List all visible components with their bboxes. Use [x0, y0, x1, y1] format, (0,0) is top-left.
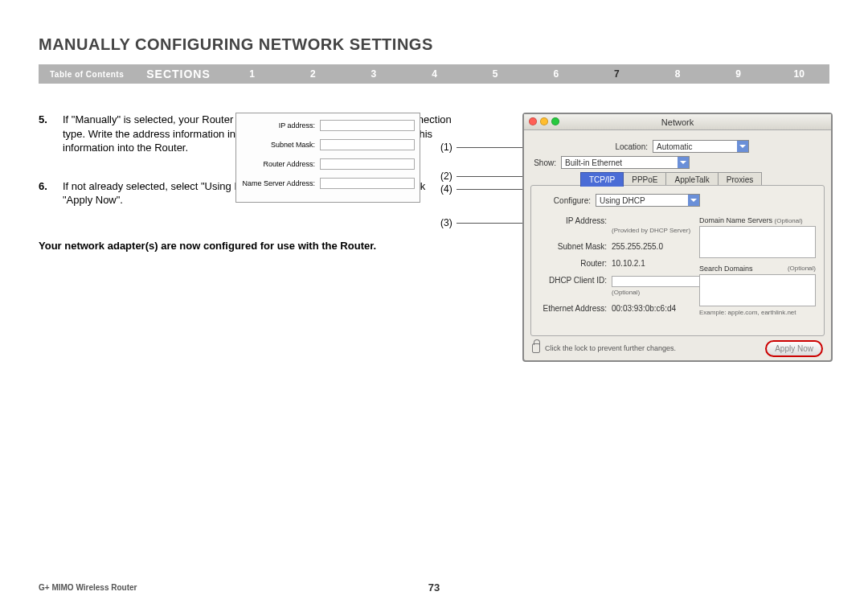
- dhcp-client-subtext: (Optional): [612, 289, 640, 296]
- nav-item-7[interactable]: 7: [587, 68, 648, 80]
- dns-textarea[interactable]: [699, 226, 816, 258]
- subnet-field[interactable]: [320, 139, 415, 150]
- location-select[interactable]: Automatic: [653, 140, 749, 153]
- show-value: Built-in Ethernet: [565, 158, 622, 167]
- nav-toc[interactable]: Table of Contents: [39, 70, 135, 79]
- mac-title-text: Network: [661, 117, 694, 127]
- step-5-num: 5.: [39, 113, 63, 155]
- subnet-mask-label: Subnet Mask:: [539, 242, 612, 251]
- ip-label: IP address:: [241, 121, 320, 129]
- lock-icon[interactable]: [532, 343, 540, 353]
- dns-field[interactable]: [320, 178, 415, 189]
- mac-title-bar: Network: [524, 114, 831, 130]
- callout-1: (1): [440, 142, 452, 153]
- router-label2: Router:: [539, 259, 612, 268]
- location-label: Location:: [612, 142, 653, 151]
- config-note: Your network adapter(s) are now configur…: [39, 240, 457, 252]
- ip-address-value: [612, 216, 700, 225]
- tab-tcpip[interactable]: TCP/IP: [580, 172, 624, 187]
- dns-label: Name Server Address:: [241, 179, 320, 187]
- mac-footer: Click the lock to prevent further change…: [532, 339, 823, 357]
- zoom-icon[interactable]: [551, 117, 559, 125]
- nav-item-4[interactable]: 4: [404, 68, 465, 80]
- ip-info-box: IP address: Subnet Mask: Router Address:…: [235, 113, 420, 203]
- dns-optional: (Optional): [775, 217, 803, 224]
- configure-value: Using DHCP: [600, 196, 645, 205]
- ip-subtext: (Provided by DHCP Server): [612, 227, 690, 234]
- subnet-mask-value: 255.255.255.0: [612, 242, 700, 251]
- nav-numbers: 1 2 3 4 5 6 7 8 9 10: [222, 68, 829, 80]
- nav-item-9[interactable]: 9: [708, 68, 769, 80]
- nav-item-2[interactable]: 2: [282, 68, 343, 80]
- chevron-down-icon: [688, 195, 699, 206]
- callout-3: (3): [440, 217, 452, 228]
- nav-item-3[interactable]: 3: [343, 68, 404, 80]
- configure-label: Configure:: [547, 196, 596, 205]
- chevron-down-icon: [737, 141, 748, 152]
- nav-item-8[interactable]: 8: [647, 68, 708, 80]
- close-icon[interactable]: [529, 117, 537, 125]
- ip-field[interactable]: [320, 120, 415, 131]
- step-6-num: 6.: [39, 179, 63, 207]
- search-textarea[interactable]: [699, 274, 816, 306]
- tcpip-panel: Configure: Using DHCP IP Address: (Provi…: [530, 185, 825, 336]
- apply-now-button[interactable]: Apply Now: [765, 340, 823, 357]
- callout-2: (2): [440, 170, 452, 182]
- dhcp-client-label: DHCP Client ID:: [539, 276, 612, 287]
- dns-servers-label: Domain Name Servers: [699, 216, 772, 224]
- configure-select[interactable]: Using DHCP: [596, 194, 700, 207]
- nav-item-1[interactable]: 1: [222, 68, 283, 80]
- nav-item-10[interactable]: 10: [768, 68, 829, 80]
- example-text: Example: apple.com, earthlink.net: [699, 309, 816, 316]
- ip-address-label: IP Address:: [539, 216, 612, 225]
- minimize-icon[interactable]: [540, 117, 548, 125]
- ethernet-label: Ethernet Address:: [539, 304, 612, 313]
- callout-4: (4): [440, 183, 452, 195]
- lock-text: Click the lock to prevent further change…: [545, 344, 676, 352]
- page-title: MANUALLY CONFIGURING NETWORK SETTINGS: [39, 35, 433, 54]
- nav-item-6[interactable]: 6: [526, 68, 587, 80]
- nav-item-5[interactable]: 5: [465, 68, 526, 80]
- search-optional: (Optional): [788, 265, 816, 272]
- subnet-label: Subnet Mask:: [241, 141, 320, 149]
- router-label: Router Address:: [241, 160, 320, 168]
- chevron-down-icon: [678, 157, 689, 168]
- product-name: G+ MIMO Wireless Router: [39, 583, 137, 592]
- page-footer: G+ MIMO Wireless Router 73: [39, 583, 829, 592]
- location-value: Automatic: [657, 142, 692, 151]
- router-value: 10.10.2.1: [612, 259, 700, 268]
- section-nav: Table of Contents SECTIONS 1 2 3 4 5 6 7…: [39, 64, 829, 84]
- ethernet-value: 00:03:93:0b:c6:d4: [612, 304, 700, 313]
- search-domains-label: Search Domains: [699, 265, 753, 273]
- show-label: Show:: [532, 158, 561, 167]
- dhcp-client-input[interactable]: [612, 276, 700, 287]
- mac-network-window: Network Location: Automatic Show: Built-…: [522, 113, 833, 362]
- traffic-lights: [529, 117, 559, 125]
- show-select[interactable]: Built-in Ethernet: [561, 156, 690, 169]
- router-field[interactable]: [320, 158, 415, 170]
- page-number: 73: [428, 581, 440, 594]
- nav-sections-label: SECTIONS: [135, 68, 222, 80]
